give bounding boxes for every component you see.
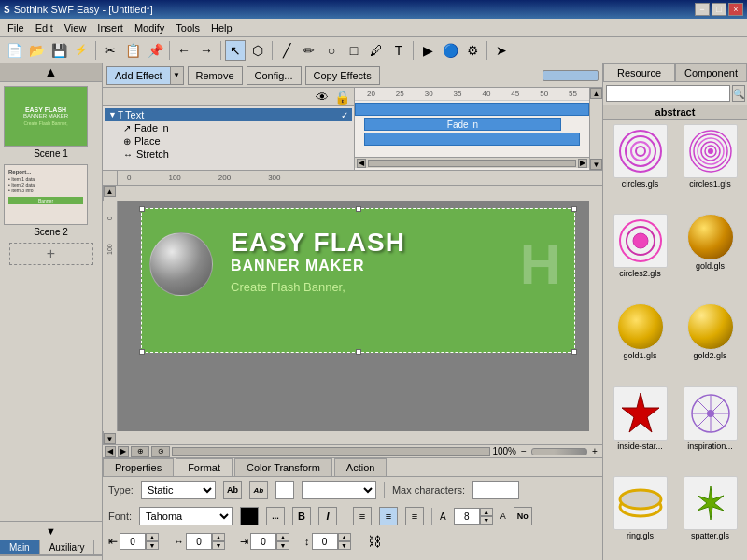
tab-action[interactable]: Action xyxy=(334,458,388,476)
scene-panel-collapse[interactable]: ▲ xyxy=(44,64,59,81)
spacing-down[interactable]: ▼ xyxy=(212,541,225,550)
timeline-fadein-bar[interactable]: Fade in xyxy=(364,118,561,131)
canvas-content[interactable]: EASY FLASH BANNER MAKER Create Flash Ban… xyxy=(141,208,575,353)
preview-button[interactable]: 🔵 xyxy=(440,40,460,61)
font-select[interactable]: Tahoma Arial Times New Roman xyxy=(139,507,233,525)
maximize-button[interactable]: □ xyxy=(712,3,726,16)
bold-btn[interactable]: B xyxy=(292,507,311,525)
resource-circles2[interactable]: circles2.gls xyxy=(607,214,673,300)
handle-bm[interactable] xyxy=(356,349,361,355)
settings-button[interactable]: ⚙ xyxy=(462,40,483,61)
pointer-button[interactable]: ⬡ xyxy=(247,40,268,61)
menu-tools[interactable]: Tools xyxy=(170,21,205,35)
canvas-scroll-left[interactable]: ◀ xyxy=(105,446,116,457)
remove-effect-button[interactable]: Remove xyxy=(188,66,243,85)
copy-button[interactable]: 📋 xyxy=(122,40,143,61)
align-left-btn[interactable]: ≡ xyxy=(353,507,372,525)
canvas-nav-icons[interactable]: ⊕ xyxy=(131,446,149,457)
open-button[interactable]: 📂 xyxy=(26,40,47,61)
indent-input[interactable] xyxy=(120,533,146,550)
scene-1-item[interactable]: EASY FLASH BANNER MAKER Create Flash Ban… xyxy=(4,86,98,159)
handle-tm[interactable] xyxy=(356,206,361,212)
add-scene-button[interactable]: + xyxy=(9,243,93,265)
lock-icon[interactable]: 🔒 xyxy=(334,90,350,105)
align-right-btn[interactable]: ≡ xyxy=(405,507,424,525)
spacing-up[interactable]: ▲ xyxy=(212,533,225,541)
font-size-down[interactable]: ▼ xyxy=(480,516,493,525)
add-effect-dropdown[interactable]: ▼ xyxy=(171,66,184,85)
resource-gold[interactable]: gold.gls xyxy=(677,214,743,300)
paste-button[interactable]: 📌 xyxy=(145,40,165,61)
eye-toggle-icon[interactable]: 👁 xyxy=(316,90,329,105)
timeline-scroll-left[interactable]: ◀ xyxy=(357,159,366,168)
handle-bl[interactable] xyxy=(139,349,145,355)
tree-item-stretch[interactable]: ↔ Stretch xyxy=(105,147,352,161)
select-button[interactable]: ↖ xyxy=(225,40,246,61)
resource-inspiration[interactable]: inspiration... xyxy=(677,386,743,472)
minimize-button[interactable]: − xyxy=(695,3,710,16)
font-size-up[interactable]: ▲ xyxy=(480,508,493,516)
play-button[interactable]: ▶ xyxy=(417,40,438,61)
canvas-scroll-prev[interactable]: ▶ xyxy=(118,446,129,457)
menu-help[interactable]: Help xyxy=(205,21,238,35)
indent-down[interactable]: ▼ xyxy=(146,541,159,550)
menu-file[interactable]: File xyxy=(2,21,30,35)
oval-tool[interactable]: ○ xyxy=(321,40,342,61)
canvas-scroll-down[interactable]: ▼ xyxy=(104,433,116,444)
format-checkbox[interactable] xyxy=(275,481,294,499)
tab-component[interactable]: Component xyxy=(675,63,747,81)
publish-button[interactable]: ⚡ xyxy=(71,40,92,61)
tab-main[interactable]: Main xyxy=(0,540,40,554)
align-center-btn[interactable]: ≡ xyxy=(379,507,398,525)
extra-button[interactable]: ➤ xyxy=(491,40,512,61)
copy-effects-button[interactable]: Copy Effects xyxy=(305,66,380,85)
effect-scroll-down[interactable]: ▼ xyxy=(590,159,602,170)
resource-circles[interactable]: circles.gls xyxy=(607,124,673,210)
timeline-scroll-right[interactable]: ▶ xyxy=(578,159,587,168)
search-button[interactable]: 🔍 xyxy=(732,85,745,102)
format-dropdown[interactable] xyxy=(302,481,376,499)
resource-circles1[interactable]: circles1.gls xyxy=(677,124,743,210)
zoom-slider[interactable] xyxy=(531,448,587,455)
timeline-place-bar[interactable] xyxy=(364,133,580,146)
format-btn-ab2[interactable]: Ab xyxy=(249,481,268,499)
rmargin-up[interactable]: ▲ xyxy=(276,533,289,541)
handle-br[interactable] xyxy=(571,349,577,355)
search-input[interactable] xyxy=(606,85,730,102)
indent-up[interactable]: ▲ xyxy=(146,533,159,541)
handle-tr[interactable] xyxy=(571,206,577,212)
timeline-scroll-thumb[interactable] xyxy=(368,160,576,167)
handle-tl[interactable] xyxy=(139,206,145,212)
rmargin-down[interactable]: ▼ xyxy=(276,541,289,550)
resource-gold2[interactable]: gold2.gls xyxy=(677,303,743,382)
italic-btn[interactable]: I xyxy=(318,507,337,525)
tab-properties[interactable]: Properties xyxy=(103,458,174,476)
color-picker[interactable] xyxy=(240,507,259,525)
cut-button[interactable]: ✂ xyxy=(100,40,120,61)
text-tool[interactable]: T xyxy=(388,40,409,61)
scene-2-item[interactable]: Report... • Item 1 data • Item 2 data • … xyxy=(4,164,98,237)
linespace-up[interactable]: ▲ xyxy=(338,533,351,541)
format-btn-ab1[interactable]: Ab xyxy=(223,481,242,499)
tree-item-text[interactable]: ▼ T Text ✓ xyxy=(105,108,352,121)
undo-button[interactable]: ← xyxy=(174,40,194,61)
pencil-tool[interactable]: ✏ xyxy=(299,40,319,61)
canvas-hscroll-thumb[interactable] xyxy=(172,447,490,456)
type-select[interactable]: Static Dynamic Input xyxy=(141,481,216,499)
resource-spatter[interactable]: spatter.gls xyxy=(677,476,743,560)
redo-button[interactable]: → xyxy=(196,40,217,61)
menu-insert[interactable]: Insert xyxy=(92,21,129,35)
close-button[interactable]: × xyxy=(728,3,743,16)
line-tool[interactable]: ╱ xyxy=(276,40,297,61)
pen-tool[interactable]: 🖊 xyxy=(366,40,387,61)
tab-format[interactable]: Format xyxy=(176,458,233,476)
no-btn[interactable]: No xyxy=(514,507,532,525)
config-button[interactable]: Config... xyxy=(247,66,302,85)
menu-modify[interactable]: Modify xyxy=(129,21,170,35)
timeline-main-bar[interactable] xyxy=(355,103,589,116)
color-btn[interactable]: ... xyxy=(266,507,285,525)
tab-color-transform[interactable]: Color Transform xyxy=(234,458,332,476)
scene-2-thumb[interactable]: Report... • Item 1 data • Item 2 data • … xyxy=(4,164,88,225)
tree-item-fadein[interactable]: ↗ Fade in xyxy=(105,121,352,134)
menu-edit[interactable]: Edit xyxy=(30,21,59,35)
